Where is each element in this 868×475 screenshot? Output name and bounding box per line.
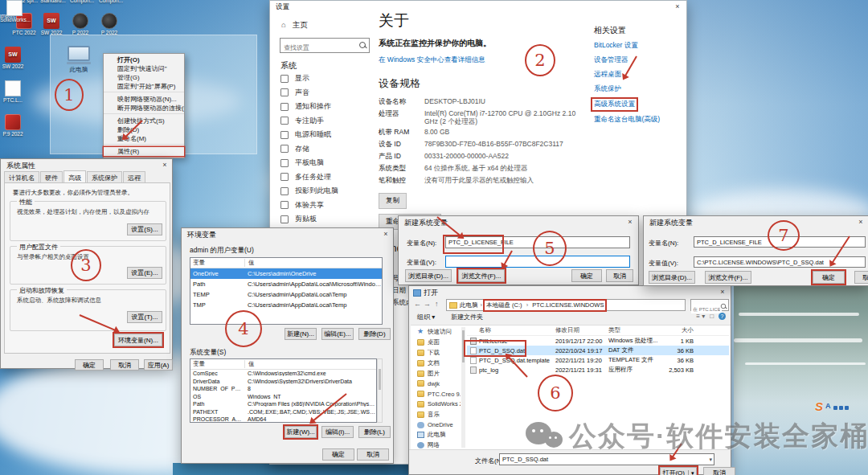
filename-combo[interactable]: PTC_D_SSQ.dat ▾ [499, 453, 714, 465]
forward-icon[interactable]: → [424, 300, 431, 308]
table-row[interactable]: OS Windows_NT [190, 393, 376, 401]
sidebar-place[interactable]: 桌面 [411, 338, 461, 348]
ok-button[interactable]: 确定 [322, 448, 354, 461]
related-settings-link[interactable]: 高级系统设置 [592, 99, 637, 110]
sidebar-place[interactable]: 音乐 [411, 409, 461, 420]
ok-button[interactable]: 确定 [571, 269, 602, 282]
related-settings-link[interactable]: 远程桌面 [594, 70, 621, 80]
context-menu-item[interactable]: 创建快捷方式(S) [104, 117, 184, 125]
desktop-icon[interactable]: SW SW 2022 [37, 13, 66, 35]
cancel-button[interactable]: 取消 [357, 448, 389, 461]
desktop-icon[interactable]: P 2022 [95, 13, 124, 35]
context-menu-item[interactable]: 管理(G) [104, 73, 184, 82]
sidebar-place[interactable]: 文档 [411, 358, 461, 368]
settings-sidebar-item[interactable]: 显示 [270, 72, 371, 86]
close-icon[interactable]: × [159, 160, 170, 170]
sidebar-place[interactable]: 下载 [411, 348, 461, 358]
sidebar-place[interactable]: dwjk [411, 379, 461, 389]
file-row[interactable]: ptc_log 2022/11/21 19:31 应用程序 2,503 KB [467, 365, 729, 375]
settings-search-box[interactable] [280, 38, 370, 53]
performance-settings-button[interactable]: 设置(S)... [127, 223, 162, 235]
table-row[interactable]: Path C:\Program Files (x86)\NVIDIA Corpo… [190, 400, 376, 408]
desktop-icon[interactable]: P 2022 [66, 13, 95, 35]
settings-sidebar-item[interactable]: 多任务处理 [270, 170, 371, 185]
context-menu-item[interactable]: 映射网络驱动器(N)... [104, 95, 184, 104]
related-settings-link[interactable]: 系统保护 [594, 84, 621, 94]
close-icon[interactable]: × [624, 217, 636, 227]
sidebar-home[interactable]: ⌂主页 [281, 20, 308, 31]
browse-file-button[interactable]: 浏览文件(F)... [705, 271, 751, 284]
table-row[interactable]: ComSpec C:\Windows\system32\cmd.exe [190, 370, 376, 378]
preview-pane-icon[interactable]: □ [710, 313, 714, 320]
context-menu-item[interactable]: 属性(R) [104, 147, 184, 156]
context-menu-item[interactable]: 断开网络驱动器的连接(C)... [104, 104, 184, 114]
copy-button[interactable]: 复制 [379, 193, 407, 209]
cancel-button[interactable]: 取消 [703, 467, 735, 475]
address-bar[interactable]: 此电脑 › 本地磁盘 (C:) › PTC.LICENSE.WINDOWS [446, 299, 686, 311]
user-var-button[interactable]: 新建(N)... [285, 328, 317, 340]
desktop-icon[interactable]: SolidWorks... [0, 0, 29, 23]
settings-sidebar-item[interactable]: 专注助手 [270, 114, 371, 129]
table-row[interactable]: TMP C:\Users\admin\AppData\Local\Temp [190, 300, 382, 310]
breadcrumb-highlight[interactable]: 本地磁盘 (C:) › PTC.LICENSE.WINDOWS [485, 301, 605, 310]
cancel-button[interactable]: 取消 [110, 359, 139, 371]
related-settings-link[interactable]: 重命名这台电脑(高级) [594, 115, 660, 125]
user-var-button[interactable]: 删除(D) [358, 328, 391, 340]
context-menu-item[interactable]: 打开(O) [104, 55, 184, 64]
table-row[interactable]: DriverData C:\Windows\System32\Drivers\D… [190, 378, 376, 386]
breadcrumb[interactable]: 此电脑 [460, 301, 478, 309]
context-menu-item[interactable]: 固定到"快速访问" [104, 64, 184, 73]
back-icon[interactable]: ← [414, 300, 421, 308]
sidebar-place[interactable]: SolidWorks 20... [411, 399, 461, 410]
col-date[interactable]: 修改日期 [555, 326, 608, 334]
desktop-icon[interactable]: SW SW 2022 [0, 47, 27, 69]
breadcrumb[interactable]: PTC.LICENSE.WINDOWS [532, 301, 604, 309]
sidebar-place[interactable]: 此电脑 [411, 430, 461, 440]
desktop-icon[interactable]: P.9 2022 [0, 114, 27, 137]
chevron-down-icon[interactable]: ▾ [688, 470, 694, 475]
close-icon[interactable]: × [380, 229, 391, 239]
settings-sidebar-item[interactable]: 声音 [270, 86, 371, 100]
settings-sidebar-item[interactable]: 电源和睡眠 [270, 128, 371, 142]
settings-sidebar-item[interactable]: 平板电脑 [270, 156, 371, 170]
list-view-icon[interactable]: ≡ ▾ [696, 313, 705, 320]
apply-button[interactable]: 应用(A) [144, 359, 173, 371]
system-var-button[interactable]: 删除(L) [358, 426, 391, 438]
organize-menu[interactable]: 组织 ▾ [417, 313, 435, 321]
settings-sidebar-item[interactable]: 剪贴板 [270, 212, 371, 227]
system-var-button[interactable]: 编辑(I)... [321, 426, 354, 438]
settings-sidebar-item[interactable]: 体验共享 [270, 199, 371, 213]
desktop-icon[interactable]: Compon... [96, 0, 125, 3]
ok-button[interactable]: 确定 [75, 359, 104, 371]
table-row[interactable]: Path C:\Users\admin\AppData\Local\Micros… [190, 279, 382, 289]
scrollbar[interactable] [377, 358, 383, 423]
context-menu-item[interactable]: 固定到"开始"屏幕(P) [104, 82, 184, 92]
table-row[interactable]: PATHEXT .COM;.EXE;.BAT;.CMD;.VBS;.VBE;.J… [190, 408, 376, 416]
desktop-icon[interactable]: Compon... [68, 0, 96, 3]
security-center-link[interactable]: 在 Windows 安全中心查看详细信息 [379, 55, 588, 65]
settings-sidebar-item[interactable]: 通知和操作 [270, 100, 371, 114]
settings-search-input[interactable] [280, 43, 358, 53]
sidebar-place[interactable]: OneDrive [411, 420, 461, 430]
settings-sidebar-item[interactable]: 投影到此电脑 [270, 184, 371, 199]
ok-button[interactable]: 确定 [813, 271, 845, 284]
col-size[interactable]: 大小 [661, 326, 694, 334]
sidebar-place[interactable]: 图片 [411, 368, 461, 379]
col-name[interactable]: 名称 [467, 326, 555, 334]
desktop-icon[interactable]: PTC.L... [0, 80, 27, 103]
related-settings-link[interactable]: 设备管理器 [594, 55, 628, 65]
context-menu-item[interactable]: 删除(D) [104, 125, 184, 134]
related-settings-link[interactable]: BitLocker 设置 [594, 41, 638, 51]
cancel-button[interactable]: 取消 [854, 271, 868, 284]
table-row[interactable]: OneDrive C:\Users\admin\OneDrive [190, 268, 382, 279]
this-pc-icon[interactable]: 此电脑 [63, 46, 95, 74]
user-var-button[interactable]: 编辑(E)... [321, 328, 354, 340]
variable-value-input[interactable] [694, 256, 866, 268]
close-icon[interactable]: × [855, 217, 866, 227]
system-var-button[interactable]: 新建(W)... [285, 426, 317, 438]
breadcrumb[interactable]: 本地磁盘 (C:) [486, 301, 522, 309]
chevron-down-icon[interactable]: ▾ [709, 457, 712, 463]
search-box[interactable] [690, 299, 729, 311]
cancel-button[interactable]: 取消 [606, 269, 633, 282]
sidebar-place[interactable]: PTC.Creo 9.0.2... [411, 389, 461, 399]
